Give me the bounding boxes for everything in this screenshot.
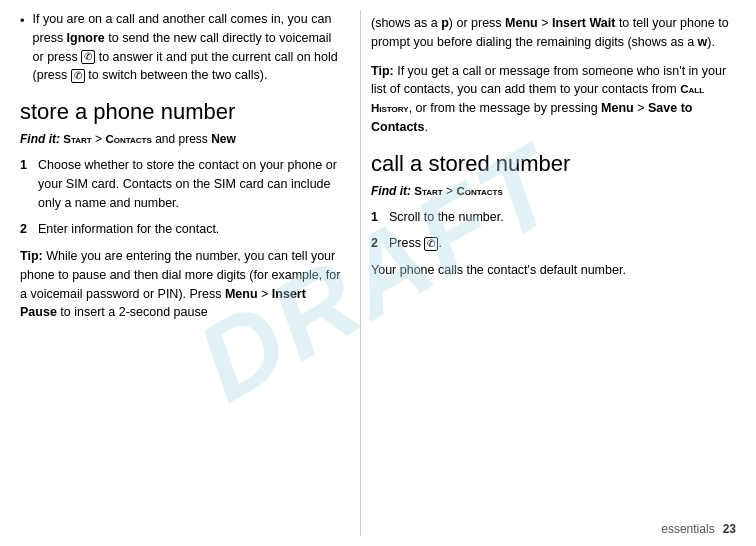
step-1-content: Choose whether to store the contact on y… (38, 156, 342, 212)
bullet-section: • If you are on a call and another call … (20, 10, 342, 85)
right-column: (shows as a p) or press Menu > Insert Wa… (360, 10, 756, 536)
left-column: • If you are on a call and another call … (0, 10, 360, 536)
bullet-text: If you are on a call and another call co… (33, 10, 342, 85)
call-stored-number-heading: call a stored number (371, 151, 738, 177)
bullet-item: • If you are on a call and another call … (20, 10, 342, 85)
page-footer: essentials 23 (661, 522, 736, 536)
call-step-1-number: 1 (371, 208, 389, 227)
store-find-it: Find it: Start > Contacts and press New (20, 131, 342, 148)
page-label: essentials (661, 522, 714, 536)
bullet-dot: • (20, 11, 25, 31)
store-step-1: 1 Choose whether to store the contact on… (20, 156, 342, 212)
call-step-2-number: 2 (371, 234, 389, 253)
step-1-number: 1 (20, 156, 38, 175)
call-step-1: 1 Scroll to the number. (371, 208, 738, 227)
store-tip: Tip: While you are entering the number, … (20, 247, 342, 322)
call-step-2-content: Press ✆. (389, 234, 738, 253)
store-phone-number-heading: store a phone number (20, 99, 342, 125)
call-footer-text: Your phone calls the contact's default n… (371, 261, 738, 280)
call-find-it: Find it: Start > Contacts (371, 183, 738, 200)
step-2-content: Enter information for the contact. (38, 220, 342, 239)
right-tip: Tip: If you get a call or message from s… (371, 62, 738, 137)
continued-text: (shows as a p) or press Menu > Insert Wa… (371, 14, 738, 52)
page-container: • If you are on a call and another call … (0, 0, 756, 546)
step-2-number: 2 (20, 220, 38, 239)
call-step-2: 2 Press ✆. (371, 234, 738, 253)
store-step-2: 2 Enter information for the contact. (20, 220, 342, 239)
call-step-1-content: Scroll to the number. (389, 208, 738, 227)
page-number: 23 (723, 522, 736, 536)
